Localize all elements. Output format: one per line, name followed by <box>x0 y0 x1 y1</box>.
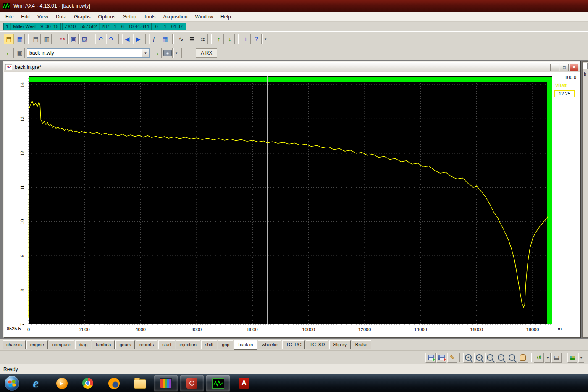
zoom-out-icon[interactable]: − <box>474 353 484 363</box>
print-preview-icon[interactable]: ▥ <box>42 34 52 44</box>
menu-edit[interactable]: Edit <box>17 13 34 21</box>
menu-graphs[interactable]: Graphs <box>70 13 94 21</box>
data-table-icon[interactable]: ▦ <box>160 34 170 44</box>
start-button[interactable] <box>1 374 23 392</box>
cut-icon[interactable]: ✂ <box>58 34 68 44</box>
aux-trace-top <box>29 77 552 82</box>
undo-icon[interactable]: ↶ <box>95 34 105 44</box>
tab-injection[interactable]: injection <box>176 340 200 349</box>
zoom-horizontal-icon[interactable]: ↔ <box>507 353 517 363</box>
zoom-in-icon[interactable]: + <box>463 353 473 363</box>
graph-window-titlebar[interactable]: back in.gra* — □ × <box>4 62 580 73</box>
menu-file[interactable]: File <box>2 13 17 21</box>
menu-options[interactable]: Options <box>94 13 119 21</box>
session-cell: 287 <box>100 23 112 30</box>
report-icon[interactable]: ▤ <box>31 34 41 44</box>
zoom-window-icon[interactable]: ▭ <box>485 353 495 363</box>
window-titlebar[interactable]: WinTAX4 - 4.13.01 - [back in.wly] <box>0 0 588 12</box>
tab-start[interactable]: start <box>158 340 175 349</box>
taskbar-adobe-reader-icon[interactable]: A <box>232 375 256 392</box>
toolbar-separator <box>181 48 183 58</box>
background-window-fragment[interactable]: b <box>582 61 588 338</box>
file-selector[interactable]: back in.wly ▾ <box>27 48 150 58</box>
tab-lambda[interactable]: lambda <box>92 340 115 349</box>
menu-tools[interactable]: Tools <box>140 13 159 21</box>
taskbar-ie-icon[interactable]: e <box>24 375 48 392</box>
menu-view[interactable]: View <box>34 13 52 21</box>
tab-reports[interactable]: reports <box>136 340 158 349</box>
window-list-button[interactable]: ▣ <box>15 48 25 58</box>
math-channel-icon[interactable]: ƒ <box>149 34 159 44</box>
taskbar-explorer-icon[interactable] <box>128 375 152 392</box>
channel-grid-icon[interactable]: ▦ <box>15 34 25 44</box>
export-icon[interactable]: ▦ <box>567 353 578 363</box>
export-dropdown-icon[interactable]: ▾ <box>578 353 584 363</box>
pan-icon[interactable] <box>518 353 528 363</box>
undo-zoom-icon[interactable]: ↺ <box>534 353 544 363</box>
edit-graph-icon[interactable]: ✎ <box>447 353 457 363</box>
snapshot-dropdown-icon[interactable]: ▾ <box>173 48 179 58</box>
tab-gears[interactable]: gears <box>116 340 135 349</box>
app-icon <box>3 3 10 9</box>
taskbar-firefox-icon[interactable] <box>102 375 126 392</box>
tab-grip[interactable]: grip <box>218 340 233 349</box>
prev-lap-icon[interactable]: ◀ <box>122 34 132 44</box>
combo-dropdown-icon[interactable]: ▾ <box>142 49 149 57</box>
back-file-button[interactable]: ← <box>4 48 14 58</box>
tab-chassis[interactable]: chassis <box>3 340 26 349</box>
x-tick-label: 0 <box>27 327 30 332</box>
raise-window-icon[interactable]: ↑ <box>214 34 224 44</box>
tab-back-in[interactable]: back in <box>234 340 257 350</box>
arx-panel-label[interactable]: A RX <box>196 48 217 58</box>
menu-acquisition[interactable]: Acquisition <box>159 13 191 21</box>
graph-window-title: back in.gra* <box>15 64 549 70</box>
maximize-button[interactable]: □ <box>560 64 569 71</box>
cursor-value-box: 12.25 <box>554 90 575 97</box>
taskbar-media-player-icon[interactable]: ▶ <box>50 375 74 392</box>
tab-tc-rc[interactable]: TC_RC <box>282 340 305 349</box>
lower-window-icon[interactable]: ↓ <box>225 34 235 44</box>
minimize-button[interactable]: — <box>550 64 559 71</box>
toolbar-separator <box>92 34 93 44</box>
media-tool-icon <box>160 378 172 389</box>
undo-zoom-dropdown-icon[interactable]: ▾ <box>545 353 551 363</box>
close-button[interactable]: × <box>570 64 578 71</box>
help-icon[interactable]: ? <box>252 34 262 44</box>
zoom-reset-icon[interactable]: 1 <box>496 353 506 363</box>
menu-help[interactable]: Help <box>217 13 235 21</box>
histogram-icon[interactable]: ≣ <box>187 34 197 44</box>
menu-setup[interactable]: Setup <box>119 13 140 21</box>
tab-engine[interactable]: engine <box>26 340 48 349</box>
taskbar-chrome-icon[interactable] <box>76 375 100 392</box>
session-cell: 0 <box>153 23 160 30</box>
menu-data[interactable]: Data <box>52 13 70 21</box>
paste-icon[interactable]: ▨ <box>79 34 89 44</box>
help-dropdown-icon[interactable]: ▾ <box>262 34 268 44</box>
notes-icon[interactable]: ▤ <box>4 34 14 44</box>
save-data-icon[interactable] <box>436 353 446 363</box>
snapshot-button[interactable]: ◉ <box>163 48 173 58</box>
copy-icon[interactable]: ▣ <box>68 34 79 44</box>
crosshair-icon[interactable]: + <box>241 34 251 44</box>
print-graph-icon[interactable]: ▤ <box>551 353 562 363</box>
menu-window[interactable]: Window <box>191 13 217 21</box>
save-graph-icon[interactable] <box>425 353 436 363</box>
taskbar-wintax-icon[interactable] <box>206 375 230 392</box>
vbatt-chart[interactable]: 7891011121314020004000600080001000012000… <box>4 72 580 337</box>
aux-trace-right <box>547 77 552 324</box>
xy-plot-icon[interactable]: ≋ <box>198 34 208 44</box>
tab-shift[interactable]: shift <box>201 340 217 349</box>
tab-brake[interactable]: Brake <box>352 340 371 349</box>
redo-icon[interactable]: ↷ <box>106 34 116 44</box>
tab-wheelie[interactable]: wheelie <box>258 340 281 349</box>
tab-compare[interactable]: compare <box>49 340 74 349</box>
windows-flag-icon <box>8 380 16 387</box>
tab-diag[interactable]: diag <box>75 340 92 349</box>
tab-slip-xy[interactable]: Slip xy <box>329 340 350 349</box>
taskbar-red-app-icon[interactable] <box>180 375 204 392</box>
open-next-button[interactable]: → <box>152 48 162 58</box>
next-lap-icon[interactable]: ▶ <box>133 34 143 44</box>
tab-tc-sd[interactable]: TC_SD <box>306 340 328 349</box>
graph-icon[interactable]: ∿ <box>176 34 186 44</box>
taskbar-media-tool-icon[interactable] <box>154 375 178 392</box>
